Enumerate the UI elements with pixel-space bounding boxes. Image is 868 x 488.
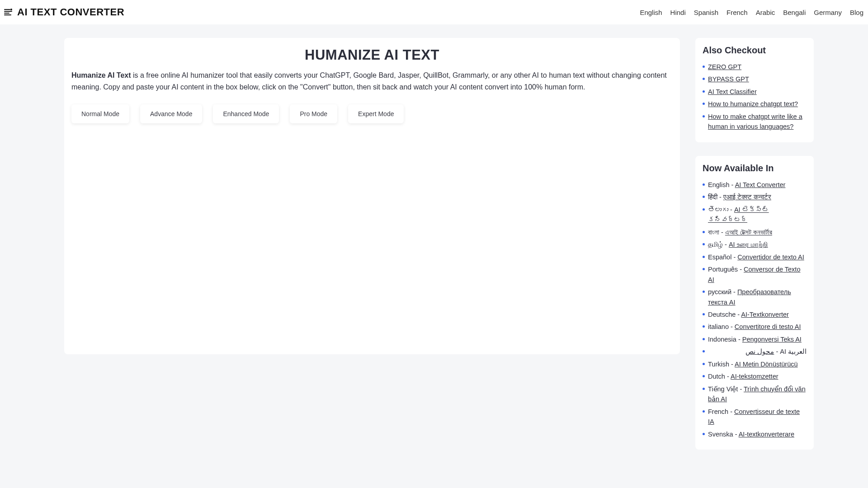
lang-link[interactable]: AI-tekstomzetter	[731, 373, 778, 380]
list-item: English - AI Text Converter	[703, 180, 807, 190]
also-link[interactable]: AI Text Classifier	[708, 88, 757, 95]
mode-advance-mode[interactable]: Advance Mode	[140, 104, 202, 123]
mode-buttons: Normal ModeAdvance ModeEnhanced ModePro …	[71, 104, 673, 123]
list-item: ZERO GPT	[703, 62, 807, 72]
page-container: HUMANIZE AI TEXT Humanize AI Text is a f…	[0, 24, 868, 463]
lang-prefix: Turkish -	[708, 361, 735, 368]
lang-link[interactable]: Convertidor de texto AI	[737, 253, 804, 261]
lang-link[interactable]: AI Metin Dönüştürücü	[735, 361, 797, 368]
list-item: русский - Преобразователь текста AI	[703, 287, 807, 307]
lang-prefix: Tiếng Việt -	[708, 385, 744, 393]
lang-prefix: French -	[708, 408, 734, 415]
list-item: Español - Convertidor de texto AI	[703, 252, 807, 262]
intro-rest: is a free online AI humanizer tool that …	[71, 71, 667, 91]
lang-prefix: italiano -	[708, 323, 735, 330]
lang-prefix: தமிழ் -	[708, 241, 729, 248]
list-item: বাংলা - এআই টেক্সট কনভার্টার	[703, 227, 807, 237]
mode-enhanced-mode[interactable]: Enhanced Mode	[213, 104, 279, 123]
nav-blog[interactable]: Blog	[850, 9, 863, 16]
top-nav: EnglishHindiSpanishFrenchArabicBengaliGe…	[640, 9, 863, 16]
list-item: Português - Conversor de Texto AI	[703, 264, 807, 285]
lang-prefix: Dutch -	[708, 373, 731, 380]
sidebar: Also Checkout ZERO GPTBYPASS GPTAI Text …	[695, 38, 814, 450]
list-item: Deutsche - AI-Textkonverter	[703, 310, 807, 319]
lang-prefix: العربية AI -	[774, 348, 807, 355]
list-item: AI Text Classifier	[703, 87, 807, 97]
nav-arabic[interactable]: Arabic	[756, 9, 775, 16]
available-in-card: Now Available In English - AI Text Conve…	[695, 156, 814, 450]
list-item: Svenska - AI-textkonverterare	[703, 429, 807, 439]
list-item: French - Convertisseur de texte IA	[703, 407, 807, 427]
nav-spanish[interactable]: Spanish	[694, 9, 718, 16]
lang-link[interactable]: एआई टेक्स्ट कन्वर्टर	[723, 193, 771, 201]
also-link[interactable]: How to make chatgpt write like a human i…	[708, 113, 802, 130]
lang-prefix: English -	[708, 181, 735, 188]
lang-prefix: Português -	[708, 266, 744, 273]
nav-bengali[interactable]: Bengali	[783, 9, 806, 16]
logo-icon	[3, 7, 14, 18]
mode-pro-mode[interactable]: Pro Mode	[290, 104, 337, 123]
logo-text: AI TEXT CONVERTER	[17, 6, 124, 18]
nav-english[interactable]: English	[640, 9, 662, 16]
list-item: Indonesia - Pengonversi Teks AI	[703, 334, 807, 344]
lang-prefix: తెలుగు -	[708, 206, 734, 213]
lang-prefix: Svenska -	[708, 431, 739, 438]
lang-prefix: Indonesia -	[708, 336, 742, 343]
header: AI TEXT CONVERTER EnglishHindiSpanishFre…	[0, 0, 868, 24]
intro-text: Humanize AI Text is a free online AI hum…	[71, 70, 673, 94]
list-item: हिंदी - एआई टेक्स्ट कन्वर्टर	[703, 192, 807, 202]
list-item: italiano - Convertitore di testo AI	[703, 322, 807, 332]
list-item: Turkish - AI Metin Dönüştürücü	[703, 359, 807, 369]
list-item: తెలుగు - AI టెక్స్ట్ కన్వర్టర్	[703, 205, 807, 225]
nav-french[interactable]: French	[726, 9, 748, 16]
available-in-title: Now Available In	[703, 163, 807, 174]
lang-prefix: Español -	[708, 253, 737, 261]
also-link[interactable]: ZERO GPT	[708, 63, 741, 70]
nav-hindi[interactable]: Hindi	[670, 9, 686, 16]
also-checkout-title: Also Checkout	[703, 45, 807, 56]
lang-link[interactable]: AI-textkonverterare	[739, 431, 794, 438]
lang-link[interactable]: এআই টেক্সট কনভার্টার	[725, 229, 772, 236]
lang-link[interactable]: AI-Textkonverter	[741, 311, 789, 318]
lang-link[interactable]: Pengonversi Teks AI	[742, 336, 802, 343]
list-item: தமிழ் - AI உரை மாற்றி	[703, 239, 807, 249]
svg-point-0	[10, 9, 12, 10]
list-item: How to humanize chatgpt text?	[703, 99, 807, 109]
list-item: BYPASS GPT	[703, 74, 807, 84]
main-panel: HUMANIZE AI TEXT Humanize AI Text is a f…	[64, 38, 680, 354]
lang-prefix: Deutsche -	[708, 311, 741, 318]
lang-link[interactable]: AI Text Converter	[735, 181, 786, 188]
lang-prefix: বাংলা -	[708, 229, 725, 236]
lang-link[interactable]: Convertitore di testo AI	[735, 323, 801, 330]
also-link[interactable]: BYPASS GPT	[708, 75, 749, 83]
also-link[interactable]: How to humanize chatgpt text?	[708, 100, 798, 108]
page-title: HUMANIZE AI TEXT	[71, 47, 673, 63]
intro-strong: Humanize AI Text	[71, 71, 131, 79]
lang-prefix: русский -	[708, 288, 737, 296]
mode-normal-mode[interactable]: Normal Mode	[71, 104, 129, 123]
lang-link[interactable]: AI உரை மாற்றி	[729, 241, 768, 248]
list-item: How to make chatgpt write like a human i…	[703, 112, 807, 132]
lang-prefix: हिंदी -	[708, 193, 723, 201]
list-item: العربية AI - محول نص	[703, 347, 807, 357]
also-checkout-list: ZERO GPTBYPASS GPTAI Text ClassifierHow …	[703, 62, 807, 132]
list-item: Tiếng Việt - Trình chuyển đổi văn bản AI	[703, 384, 807, 404]
also-checkout-card: Also Checkout ZERO GPTBYPASS GPTAI Text …	[695, 38, 814, 142]
mode-expert-mode[interactable]: Expert Mode	[348, 104, 404, 123]
nav-germany[interactable]: Germany	[814, 9, 842, 16]
lang-link[interactable]: محول نص	[745, 348, 774, 355]
available-in-list: English - AI Text Converterहिंदी - एआई ट…	[703, 180, 807, 439]
list-item: Dutch - AI-tekstomzetter	[703, 371, 807, 381]
logo[interactable]: AI TEXT CONVERTER	[3, 6, 124, 18]
